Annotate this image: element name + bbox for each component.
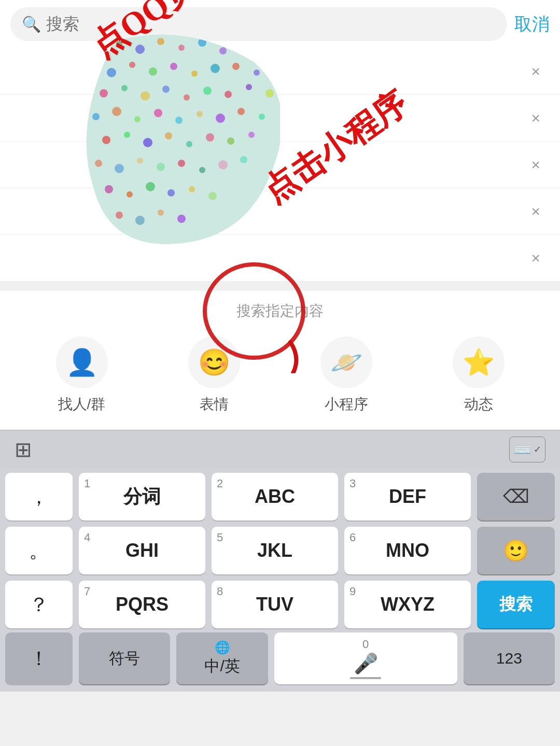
key-mno[interactable]: 6 MNO: [344, 527, 471, 574]
emotion-item[interactable]: 😊 表情: [188, 336, 240, 414]
key-num-2: 2: [217, 477, 223, 490]
mini-program-label: 小程序: [325, 395, 368, 414]
key-letters-def: DEF: [389, 486, 426, 508]
globe-icon: 🌐: [215, 640, 230, 655]
grid-icon[interactable]: ⊞: [15, 438, 32, 461]
search-key-label: 搜索: [499, 593, 533, 616]
mini-program-icon: 🪐: [320, 336, 372, 388]
history-close-button[interactable]: ×: [526, 198, 545, 226]
keyboard-bottom-row: ！ 符号 🌐 中/英 0 🎤 123: [0, 628, 560, 692]
key-num-7: 7: [84, 585, 90, 598]
key-123-label: 123: [496, 650, 522, 667]
keyboard-hide-button[interactable]: ⌨️ ✓: [509, 437, 545, 462]
key-num-6: 6: [349, 531, 356, 544]
chinese-english-label: 中/英: [204, 656, 240, 677]
key-num-8: 8: [217, 585, 223, 598]
moments-label: 动态: [464, 395, 493, 414]
key-backspace[interactable]: ⌫: [477, 473, 555, 520]
key-search[interactable]: 搜索: [477, 581, 555, 628]
find-people-label: 找人/群: [58, 395, 106, 414]
key-num-9: 9: [349, 585, 356, 598]
cancel-button[interactable]: 取消: [514, 12, 550, 36]
key-pqrs[interactable]: 7 PQRS: [79, 581, 205, 628]
key-letters-ghi: GHI: [125, 540, 159, 561]
search-icons-row: 👤 找人/群 😊 表情 🪐 小程序 ⭐ 动态: [0, 336, 560, 414]
history-list: × × × × ×: [0, 48, 560, 281]
list-item: ×: [0, 235, 560, 281]
keyboard-row-2: 。 4 GHI 5 JKL 6 MNO 🙂: [5, 527, 555, 574]
keyboard-area: ⊞ ⌨️ ✓ ， 1 分词 2 ABC 3: [0, 430, 560, 692]
emotion-label: 表情: [200, 395, 229, 414]
key-ghi[interactable]: 4 GHI: [79, 527, 205, 574]
keyboard-toolbar-left: ⊞: [15, 438, 32, 461]
key-chinese-english[interactable]: 🌐 中/英: [176, 632, 268, 684]
key-letters-abc: ABC: [255, 486, 295, 508]
key-wxyz[interactable]: 9 WXYZ: [344, 581, 471, 628]
search-specified-section: 搜索指定内容 👤 找人/群 😊 表情 🪐 小程序 ⭐ 动态: [0, 291, 560, 430]
key-123[interactable]: 123: [464, 632, 555, 684]
main-content: 🔍 取消 × × × × × 搜索指定内容 👤: [0, 0, 560, 692]
keyboard-rows: ， 1 分词 2 ABC 3 DEF ⌫ 。: [0, 469, 560, 628]
list-item: ×: [0, 95, 560, 142]
symbol-label: 符号: [109, 648, 140, 669]
emoji-icon: 🙂: [503, 539, 529, 563]
mini-program-item[interactable]: 🪐 小程序: [320, 336, 372, 414]
list-item: ×: [0, 48, 560, 95]
key-num-3: 3: [349, 477, 356, 490]
key-tuv[interactable]: 8 TUV: [212, 581, 338, 628]
key-num-5: 5: [217, 531, 223, 544]
key-question[interactable]: ？: [5, 581, 73, 628]
key-letters-tuv: TUV: [256, 594, 293, 615]
search-input[interactable]: [46, 15, 496, 34]
moments-item[interactable]: ⭐ 动态: [453, 336, 505, 414]
key-comma[interactable]: ，: [5, 473, 73, 520]
list-item: ×: [0, 142, 560, 188]
emotion-icon: 😊: [188, 336, 240, 388]
key-zero-mic[interactable]: 0 🎤: [274, 632, 457, 684]
key-num-1: 1: [84, 477, 90, 490]
microphone-icon: 🎤: [354, 652, 378, 675]
key-num-4: 4: [84, 531, 90, 544]
key-emoji[interactable]: 🙂: [477, 527, 555, 574]
find-people-group-item[interactable]: 👤 找人/群: [56, 336, 108, 414]
underline-bar: [350, 677, 381, 679]
key-letters-mno: MNO: [386, 540, 429, 561]
key-jkl[interactable]: 5 JKL: [212, 527, 338, 574]
key-letters-fenci: 分词: [123, 484, 161, 510]
find-people-icon: 👤: [56, 336, 108, 388]
keyboard-row-3: ？ 7 PQRS 8 TUV 9 WXYZ 搜索: [5, 581, 555, 628]
moments-icon: ⭐: [453, 336, 505, 388]
search-icon: 🔍: [22, 15, 41, 33]
history-close-button[interactable]: ×: [526, 104, 545, 132]
search-bar-area: 🔍 取消: [0, 0, 560, 48]
history-close-button[interactable]: ×: [526, 151, 545, 179]
keyboard-hide-icon: ⌨️: [513, 441, 531, 458]
key-letters-jkl: JKL: [257, 540, 292, 561]
key-fenci[interactable]: 1 分词: [79, 473, 205, 520]
search-input-wrap[interactable]: 🔍: [10, 7, 507, 41]
key-letters-wxyz: WXYZ: [381, 594, 435, 615]
zero-label: 0: [362, 638, 369, 651]
key-def[interactable]: 3 DEF: [344, 473, 471, 520]
backspace-icon: ⌫: [503, 486, 529, 508]
key-abc[interactable]: 2 ABC: [212, 473, 338, 520]
key-period[interactable]: 。: [5, 527, 73, 574]
key-letters-pqrs: PQRS: [116, 594, 169, 615]
search-specified-title: 搜索指定内容: [0, 301, 560, 321]
hide-checkmark: ✓: [534, 444, 541, 455]
key-exclaim[interactable]: ！: [5, 632, 73, 684]
keyboard-toolbar: ⊞ ⌨️ ✓: [0, 430, 560, 469]
history-close-button[interactable]: ×: [526, 244, 545, 272]
key-symbol[interactable]: 符号: [79, 632, 170, 684]
history-close-button[interactable]: ×: [526, 58, 545, 86]
keyboard-row-1: ， 1 分词 2 ABC 3 DEF ⌫: [5, 473, 555, 520]
list-item: ×: [0, 188, 560, 235]
